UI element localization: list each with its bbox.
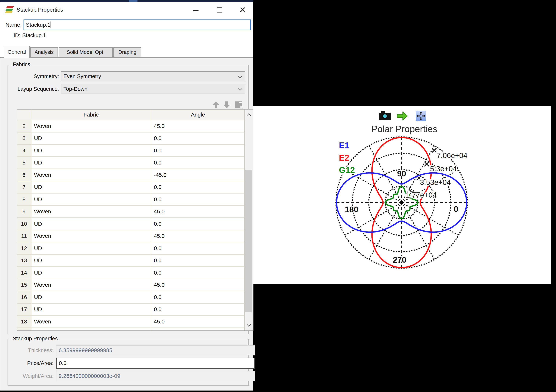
fabric-cell[interactable]: UD xyxy=(31,193,151,205)
symmetry-combobox[interactable]: Even Symmetry xyxy=(61,71,245,81)
arrow-down-icon xyxy=(222,101,231,109)
thickness-label: Thickness: xyxy=(13,345,54,355)
row-number: 4 xyxy=(17,145,31,156)
angle-column-header: Angle xyxy=(151,109,245,120)
tab-analysis[interactable]: Analysis xyxy=(30,47,58,57)
table-row[interactable]: 5UD0.0 xyxy=(17,157,253,169)
angle-cell[interactable]: 0.0 xyxy=(151,181,245,193)
price-area-label: Price/Area: xyxy=(13,358,54,368)
fabric-cell[interactable]: Woven xyxy=(31,230,151,242)
row-number: 3 xyxy=(17,132,31,144)
angle-cell[interactable]: 0.0 xyxy=(151,267,245,279)
angle-cell[interactable]: 0.0 xyxy=(151,157,245,169)
row-number: 8 xyxy=(17,193,31,205)
table-row[interactable]: 7UD0.0 xyxy=(17,181,253,194)
table-row[interactable]: 4UD0.0 xyxy=(17,145,253,157)
row-number: 15 xyxy=(17,279,31,291)
tab-draping[interactable]: Draping xyxy=(113,47,141,57)
maximize-button[interactable] xyxy=(210,4,229,15)
angle-cell[interactable]: 0.0 xyxy=(151,132,245,144)
fabric-cell[interactable]: UD xyxy=(31,255,151,267)
tab-solid-model-opt[interactable]: Solid Model Opt. xyxy=(59,47,113,57)
table-row[interactable]: 17UD0.0 xyxy=(17,304,253,316)
scroll-up-button[interactable] xyxy=(245,109,253,120)
table-row[interactable]: 6Woven-45.0 xyxy=(17,169,253,181)
fabric-cell[interactable]: UD xyxy=(31,304,151,315)
close-button[interactable] xyxy=(233,4,252,15)
fabric-cell[interactable]: UD xyxy=(31,145,151,156)
thickness-value: 6.3599999999999985 xyxy=(59,347,112,354)
angle-cell[interactable]: 0.0 xyxy=(151,255,245,267)
table-row[interactable] xyxy=(17,328,253,331)
table-row[interactable]: 9Woven45.0 xyxy=(17,206,253,218)
angle-cell[interactable]: 45.0 xyxy=(151,316,245,328)
table-row[interactable]: 14UD0.0 xyxy=(17,267,253,279)
name-label: Name: xyxy=(2,19,22,30)
delete-row-button[interactable] xyxy=(234,101,243,109)
stackup-app-icon xyxy=(6,5,14,14)
layup-sequence-combobox[interactable]: Top-Down xyxy=(61,84,245,94)
chevron-down-icon xyxy=(247,324,251,327)
fabric-cell[interactable]: Woven xyxy=(31,120,151,132)
scroll-down-button[interactable] xyxy=(245,320,253,331)
legend-g12: G12 xyxy=(339,165,355,175)
name-input[interactable]: Stackup.1 xyxy=(23,19,251,30)
row-number: 2 xyxy=(17,120,31,132)
fabric-cell[interactable]: UD xyxy=(31,218,151,230)
tab-general[interactable]: General xyxy=(4,46,30,58)
layup-sequence-label: Layup Sequence: xyxy=(10,84,59,94)
angle-cell[interactable]: 0.0 xyxy=(151,218,245,230)
polar-chart: 1.77e+043.53e+045.3e+047.06e+04090180270… xyxy=(253,106,551,284)
screen: Stackup Properties Name: Stackup.1 ID:St… xyxy=(0,0,556,392)
titlebar[interactable]: Stackup Properties xyxy=(0,2,253,17)
minimize-button[interactable] xyxy=(186,4,206,15)
fabric-cell[interactable]: UD xyxy=(31,291,151,303)
fabric-cell[interactable] xyxy=(31,328,151,331)
table-row[interactable]: 15Woven45.0 xyxy=(17,279,253,292)
id-label: ID: xyxy=(14,32,20,38)
angle-cell[interactable]: 45.0 xyxy=(151,206,245,218)
fabric-cell[interactable]: UD xyxy=(31,181,151,193)
angle-cell[interactable]: 45.0 xyxy=(151,230,245,242)
fabric-cell[interactable]: UD xyxy=(31,267,151,279)
row-number: 10 xyxy=(17,218,31,230)
move-row-up-button[interactable] xyxy=(212,101,220,109)
angle-cell[interactable]: 0.0 xyxy=(151,193,245,205)
angle-cell[interactable]: 0.0 xyxy=(151,242,245,254)
price-area-field[interactable]: 0.0 xyxy=(56,358,255,369)
angle-cell[interactable]: 0.0 xyxy=(151,291,245,303)
chart-label: 3.53e+04 xyxy=(420,178,451,186)
table-row[interactable]: 2Woven45.0 xyxy=(17,120,253,132)
chart-label: 7.06e+04 xyxy=(437,151,467,160)
table-row[interactable]: 16UD0.0 xyxy=(17,291,253,304)
row-number: 14 xyxy=(17,267,31,279)
table-row[interactable]: 18Woven45.0 xyxy=(17,316,253,328)
angle-cell[interactable] xyxy=(151,328,245,331)
minimize-icon xyxy=(193,10,199,11)
move-row-down-button[interactable] xyxy=(222,101,231,109)
angle-cell[interactable]: 45.0 xyxy=(151,120,245,132)
table-row[interactable]: 3UD0.0 xyxy=(17,132,253,145)
angle-cell[interactable]: 0.0 xyxy=(151,145,245,156)
table-row[interactable]: 10UD0.0 xyxy=(17,218,253,230)
table-scrollbar[interactable] xyxy=(244,109,253,331)
row-number: 11 xyxy=(17,230,31,242)
table-row[interactable]: 8UD0.0 xyxy=(17,193,253,206)
table-row[interactable]: 13UD0.0 xyxy=(17,255,253,267)
fabric-cell[interactable]: UD xyxy=(31,242,151,254)
stackup-properties-dialog: Stackup Properties Name: Stackup.1 ID:St… xyxy=(0,2,253,390)
angle-cell[interactable]: -45.0 xyxy=(151,169,245,181)
fabric-cell[interactable]: UD xyxy=(31,157,151,169)
layup-sequence-value: Top-Down xyxy=(63,86,87,92)
angle-cell[interactable]: 45.0 xyxy=(151,279,245,291)
scrollbar-thumb[interactable] xyxy=(245,170,252,312)
fabric-cell[interactable]: Woven xyxy=(31,169,151,181)
fabric-cell[interactable]: UD xyxy=(31,132,151,144)
fabric-cell[interactable]: Woven xyxy=(31,316,151,328)
table-row[interactable]: 11Woven45.0 xyxy=(17,230,253,243)
row-number: 7 xyxy=(17,181,31,193)
table-row[interactable]: 12UD0.0 xyxy=(17,242,253,255)
angle-cell[interactable]: 0.0 xyxy=(151,304,245,315)
fabric-cell[interactable]: Woven xyxy=(31,279,151,291)
fabric-cell[interactable]: Woven xyxy=(31,206,151,218)
